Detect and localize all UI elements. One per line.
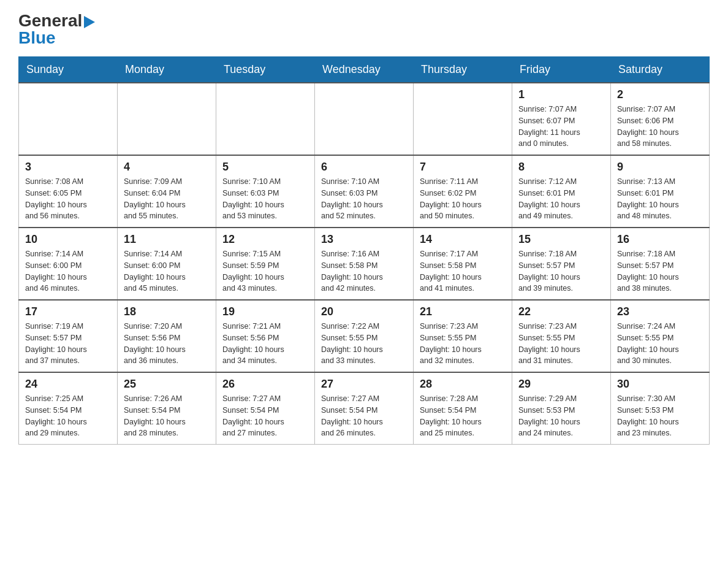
week-row-5: 24Sunrise: 7:25 AM Sunset: 5:54 PM Dayli… bbox=[19, 372, 710, 445]
calendar-cell bbox=[118, 83, 216, 155]
calendar-cell: 27Sunrise: 7:27 AM Sunset: 5:54 PM Dayli… bbox=[315, 372, 414, 445]
calendar-cell: 9Sunrise: 7:13 AM Sunset: 6:01 PM Daylig… bbox=[611, 155, 710, 228]
weekday-header-thursday: Thursday bbox=[414, 57, 512, 83]
day-number: 6 bbox=[321, 161, 407, 174]
calendar-cell: 13Sunrise: 7:16 AM Sunset: 5:58 PM Dayli… bbox=[315, 228, 414, 300]
day-number: 11 bbox=[124, 233, 210, 246]
calendar-cell: 28Sunrise: 7:28 AM Sunset: 5:54 PM Dayli… bbox=[414, 372, 512, 445]
day-number: 23 bbox=[617, 305, 703, 318]
calendar-cell: 8Sunrise: 7:12 AM Sunset: 6:01 PM Daylig… bbox=[512, 155, 611, 228]
day-number: 13 bbox=[321, 233, 407, 246]
calendar-cell bbox=[414, 83, 512, 155]
day-info: Sunrise: 7:14 AM Sunset: 6:00 PM Dayligh… bbox=[25, 248, 111, 294]
day-number: 29 bbox=[518, 378, 604, 391]
day-info: Sunrise: 7:10 AM Sunset: 6:03 PM Dayligh… bbox=[222, 176, 308, 222]
day-info: Sunrise: 7:19 AM Sunset: 5:57 PM Dayligh… bbox=[25, 321, 111, 367]
day-number: 17 bbox=[25, 305, 111, 318]
day-info: Sunrise: 7:28 AM Sunset: 5:54 PM Dayligh… bbox=[420, 393, 506, 439]
day-info: Sunrise: 7:27 AM Sunset: 5:54 PM Dayligh… bbox=[222, 393, 308, 439]
weekday-header-row: SundayMondayTuesdayWednesdayThursdayFrid… bbox=[19, 57, 710, 83]
week-row-2: 3Sunrise: 7:08 AM Sunset: 6:05 PM Daylig… bbox=[19, 155, 710, 228]
calendar-cell: 26Sunrise: 7:27 AM Sunset: 5:54 PM Dayli… bbox=[216, 372, 315, 445]
calendar-cell: 12Sunrise: 7:15 AM Sunset: 5:59 PM Dayli… bbox=[216, 228, 315, 300]
day-number: 18 bbox=[124, 305, 210, 318]
calendar-cell bbox=[315, 83, 414, 155]
day-number: 1 bbox=[518, 88, 604, 101]
weekday-header-wednesday: Wednesday bbox=[315, 57, 414, 83]
calendar-cell: 25Sunrise: 7:26 AM Sunset: 5:54 PM Dayli… bbox=[118, 372, 216, 445]
calendar-cell: 24Sunrise: 7:25 AM Sunset: 5:54 PM Dayli… bbox=[19, 372, 118, 445]
calendar-cell: 16Sunrise: 7:18 AM Sunset: 5:57 PM Dayli… bbox=[611, 228, 710, 300]
calendar-cell: 2Sunrise: 7:07 AM Sunset: 6:06 PM Daylig… bbox=[611, 83, 710, 155]
day-number: 14 bbox=[420, 233, 506, 246]
calendar-cell: 10Sunrise: 7:14 AM Sunset: 6:00 PM Dayli… bbox=[19, 228, 118, 300]
calendar-cell bbox=[216, 83, 315, 155]
week-row-1: 1Sunrise: 7:07 AM Sunset: 6:07 PM Daylig… bbox=[19, 83, 710, 155]
calendar-cell: 23Sunrise: 7:24 AM Sunset: 5:55 PM Dayli… bbox=[611, 300, 710, 372]
day-info: Sunrise: 7:07 AM Sunset: 6:07 PM Dayligh… bbox=[518, 104, 604, 150]
day-info: Sunrise: 7:14 AM Sunset: 6:00 PM Dayligh… bbox=[124, 248, 210, 294]
day-number: 30 bbox=[617, 378, 703, 391]
day-info: Sunrise: 7:08 AM Sunset: 6:05 PM Dayligh… bbox=[25, 176, 111, 222]
day-info: Sunrise: 7:27 AM Sunset: 5:54 PM Dayligh… bbox=[321, 393, 407, 439]
day-info: Sunrise: 7:15 AM Sunset: 5:59 PM Dayligh… bbox=[222, 248, 308, 294]
calendar-cell: 19Sunrise: 7:21 AM Sunset: 5:56 PM Dayli… bbox=[216, 300, 315, 372]
day-number: 19 bbox=[222, 305, 308, 318]
day-number: 28 bbox=[420, 378, 506, 391]
day-info: Sunrise: 7:30 AM Sunset: 5:53 PM Dayligh… bbox=[617, 393, 703, 439]
day-info: Sunrise: 7:11 AM Sunset: 6:02 PM Dayligh… bbox=[420, 176, 506, 222]
day-number: 21 bbox=[420, 305, 506, 318]
day-number: 26 bbox=[222, 378, 308, 391]
calendar-cell: 30Sunrise: 7:30 AM Sunset: 5:53 PM Dayli… bbox=[611, 372, 710, 445]
day-info: Sunrise: 7:13 AM Sunset: 6:01 PM Dayligh… bbox=[617, 176, 703, 222]
calendar-cell: 1Sunrise: 7:07 AM Sunset: 6:07 PM Daylig… bbox=[512, 83, 611, 155]
day-number: 5 bbox=[222, 161, 308, 174]
calendar-cell: 22Sunrise: 7:23 AM Sunset: 5:55 PM Dayli… bbox=[512, 300, 611, 372]
day-number: 9 bbox=[617, 161, 703, 174]
calendar-cell: 14Sunrise: 7:17 AM Sunset: 5:58 PM Dayli… bbox=[414, 228, 512, 300]
week-row-3: 10Sunrise: 7:14 AM Sunset: 6:00 PM Dayli… bbox=[19, 228, 710, 300]
day-number: 20 bbox=[321, 305, 407, 318]
day-number: 4 bbox=[124, 161, 210, 174]
day-info: Sunrise: 7:17 AM Sunset: 5:58 PM Dayligh… bbox=[420, 248, 506, 294]
calendar-cell: 6Sunrise: 7:10 AM Sunset: 6:03 PM Daylig… bbox=[315, 155, 414, 228]
day-number: 3 bbox=[25, 161, 111, 174]
calendar-cell: 20Sunrise: 7:22 AM Sunset: 5:55 PM Dayli… bbox=[315, 300, 414, 372]
calendar-cell: 15Sunrise: 7:18 AM Sunset: 5:57 PM Dayli… bbox=[512, 228, 611, 300]
calendar-cell bbox=[19, 83, 118, 155]
day-number: 22 bbox=[518, 305, 604, 318]
day-number: 12 bbox=[222, 233, 308, 246]
calendar-cell: 17Sunrise: 7:19 AM Sunset: 5:57 PM Dayli… bbox=[19, 300, 118, 372]
weekday-header-tuesday: Tuesday bbox=[216, 57, 315, 83]
day-number: 24 bbox=[25, 378, 111, 391]
day-info: Sunrise: 7:12 AM Sunset: 6:01 PM Dayligh… bbox=[518, 176, 604, 222]
logo-triangle-icon bbox=[84, 16, 95, 28]
day-info: Sunrise: 7:16 AM Sunset: 5:58 PM Dayligh… bbox=[321, 248, 407, 294]
calendar-cell: 4Sunrise: 7:09 AM Sunset: 6:04 PM Daylig… bbox=[118, 155, 216, 228]
day-number: 10 bbox=[25, 233, 111, 246]
day-number: 16 bbox=[617, 233, 703, 246]
day-number: 8 bbox=[518, 161, 604, 174]
logo-blue-text: Blue bbox=[18, 29, 56, 47]
day-info: Sunrise: 7:26 AM Sunset: 5:54 PM Dayligh… bbox=[124, 393, 210, 439]
calendar-cell: 11Sunrise: 7:14 AM Sunset: 6:00 PM Dayli… bbox=[118, 228, 216, 300]
day-info: Sunrise: 7:25 AM Sunset: 5:54 PM Dayligh… bbox=[25, 393, 111, 439]
day-info: Sunrise: 7:18 AM Sunset: 5:57 PM Dayligh… bbox=[617, 248, 703, 294]
day-info: Sunrise: 7:10 AM Sunset: 6:03 PM Dayligh… bbox=[321, 176, 407, 222]
day-info: Sunrise: 7:23 AM Sunset: 5:55 PM Dayligh… bbox=[518, 321, 604, 367]
page-header: General Blue bbox=[18, 12, 710, 47]
day-info: Sunrise: 7:09 AM Sunset: 6:04 PM Dayligh… bbox=[124, 176, 210, 222]
calendar-cell: 21Sunrise: 7:23 AM Sunset: 5:55 PM Dayli… bbox=[414, 300, 512, 372]
calendar-cell: 7Sunrise: 7:11 AM Sunset: 6:02 PM Daylig… bbox=[414, 155, 512, 228]
day-info: Sunrise: 7:20 AM Sunset: 5:56 PM Dayligh… bbox=[124, 321, 210, 367]
day-number: 7 bbox=[420, 161, 506, 174]
weekday-header-friday: Friday bbox=[512, 57, 611, 83]
day-info: Sunrise: 7:29 AM Sunset: 5:53 PM Dayligh… bbox=[518, 393, 604, 439]
day-info: Sunrise: 7:22 AM Sunset: 5:55 PM Dayligh… bbox=[321, 321, 407, 367]
calendar-cell: 18Sunrise: 7:20 AM Sunset: 5:56 PM Dayli… bbox=[118, 300, 216, 372]
day-info: Sunrise: 7:21 AM Sunset: 5:56 PM Dayligh… bbox=[222, 321, 308, 367]
weekday-header-monday: Monday bbox=[118, 57, 216, 83]
week-row-4: 17Sunrise: 7:19 AM Sunset: 5:57 PM Dayli… bbox=[19, 300, 710, 372]
day-number: 25 bbox=[124, 378, 210, 391]
weekday-header-sunday: Sunday bbox=[19, 57, 118, 83]
